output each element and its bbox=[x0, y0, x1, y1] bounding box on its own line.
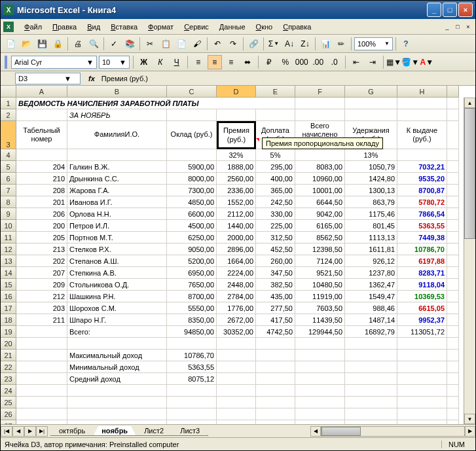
stat-label-2[interactable]: Средний доход bbox=[67, 373, 167, 385]
cell-h16[interactable]: 10369,53 bbox=[397, 291, 447, 302]
empty[interactable] bbox=[217, 408, 256, 420]
empty[interactable] bbox=[67, 149, 167, 161]
cell-g9[interactable]: 1175,46 bbox=[345, 208, 397, 220]
formula-content[interactable]: Премия (руб.) bbox=[99, 75, 475, 82]
empty[interactable] bbox=[447, 408, 459, 420]
cell-f9[interactable]: 9042,00 bbox=[295, 208, 345, 220]
empty[interactable] bbox=[447, 397, 459, 408]
comma-button[interactable]: 000 bbox=[295, 55, 309, 69]
empty[interactable] bbox=[345, 385, 397, 397]
col-header-H[interactable]: H bbox=[397, 86, 447, 98]
cell-a7[interactable]: 208 bbox=[16, 185, 67, 196]
empty[interactable] bbox=[16, 361, 67, 373]
header-3[interactable]: Премия (руб.) bbox=[217, 121, 256, 149]
empty[interactable] bbox=[256, 109, 295, 121]
cell-d6[interactable]: 2560,00 bbox=[217, 173, 256, 185]
cell-d10[interactable]: 1440,00 bbox=[217, 220, 256, 232]
empty[interactable] bbox=[16, 385, 67, 397]
cell-b8[interactable]: Иванова И.Г. bbox=[67, 196, 167, 208]
empty[interactable] bbox=[16, 397, 67, 408]
empty[interactable] bbox=[397, 361, 447, 373]
empty[interactable] bbox=[256, 338, 295, 350]
row-header-26[interactable]: 26 bbox=[1, 408, 16, 420]
sheet-tab-Лист3[interactable]: Лист3 bbox=[172, 426, 208, 436]
empty[interactable] bbox=[295, 385, 345, 397]
select-all-button[interactable] bbox=[1, 86, 16, 98]
cell-b14[interactable]: Степкина А.В. bbox=[67, 267, 167, 279]
row-header-9[interactable]: 9 bbox=[1, 208, 16, 220]
increase-indent-button[interactable]: ⇥ bbox=[365, 55, 380, 69]
cell-d5[interactable]: 1888,00 bbox=[217, 161, 256, 173]
undo-button[interactable]: ↶ bbox=[210, 37, 225, 51]
row-header-1[interactable]: 1 bbox=[1, 98, 16, 109]
cell-a18[interactable]: 211 bbox=[16, 314, 67, 326]
cell-h10[interactable]: 5363,55 bbox=[397, 220, 447, 232]
cell-h9[interactable]: 7866,54 bbox=[397, 208, 447, 220]
font-input[interactable] bbox=[14, 58, 86, 66]
cut-button[interactable]: ✂ bbox=[143, 37, 157, 51]
save-button[interactable]: 💾 bbox=[35, 37, 49, 51]
tab-last-button[interactable]: ▶| bbox=[36, 426, 48, 437]
empty[interactable] bbox=[295, 373, 345, 385]
cell-a14[interactable]: 207 bbox=[16, 267, 67, 279]
empty[interactable] bbox=[397, 338, 447, 350]
cell-c14[interactable]: 6950,00 bbox=[167, 267, 217, 279]
row-header-27[interactable]: 27 bbox=[1, 420, 16, 424]
row-header-25[interactable]: 25 bbox=[1, 397, 16, 408]
cell-f6[interactable]: 10960,00 bbox=[295, 173, 345, 185]
cell-d17[interactable]: 1776,00 bbox=[217, 302, 256, 314]
cell-c5[interactable]: 5900,00 bbox=[167, 161, 217, 173]
cell-b11[interactable]: Портнов М.Т. bbox=[67, 232, 167, 244]
cell-a6[interactable]: 210 bbox=[16, 173, 67, 185]
empty[interactable] bbox=[345, 397, 397, 408]
cell-e10[interactable]: 225,00 bbox=[256, 220, 295, 232]
cell-h11[interactable]: 7449,38 bbox=[397, 232, 447, 244]
row-header-14[interactable]: 14 bbox=[1, 267, 16, 279]
sheet-tab-ноябрь[interactable]: ноябрь bbox=[93, 426, 136, 436]
cell-a11[interactable]: 205 bbox=[16, 232, 67, 244]
empty[interactable] bbox=[447, 350, 459, 361]
cell-b13[interactable]: Степанов А.Ш. bbox=[67, 255, 167, 267]
cell-d15[interactable]: 2448,00 bbox=[217, 279, 256, 291]
row-header-21[interactable]: 21 bbox=[1, 350, 16, 361]
empty[interactable] bbox=[447, 196, 459, 208]
decrease-indent-button[interactable]: ⇤ bbox=[349, 55, 363, 69]
row-header-2[interactable]: 2 bbox=[1, 109, 16, 121]
cell-h12[interactable]: 10786,70 bbox=[397, 244, 447, 255]
empty[interactable] bbox=[447, 109, 459, 121]
percent-button[interactable]: % bbox=[278, 55, 293, 69]
empty[interactable] bbox=[397, 408, 447, 420]
cell-h7[interactable]: 8700,87 bbox=[397, 185, 447, 196]
empty[interactable] bbox=[397, 385, 447, 397]
cell-f12[interactable]: 12398,50 bbox=[295, 244, 345, 255]
chart-button[interactable]: 📊 bbox=[318, 37, 333, 51]
cell-b9[interactable]: Орлова Н.Н. bbox=[67, 208, 167, 220]
cell-e11[interactable]: 312,50 bbox=[256, 232, 295, 244]
empty[interactable] bbox=[447, 314, 459, 326]
empty[interactable] bbox=[167, 109, 217, 121]
empty[interactable] bbox=[397, 149, 447, 161]
empty[interactable] bbox=[447, 267, 459, 279]
row-header-3[interactable]: 3 bbox=[1, 121, 16, 149]
tab-prev-button[interactable]: ◀ bbox=[12, 426, 24, 437]
empty[interactable] bbox=[256, 361, 295, 373]
cell-c15[interactable]: 7650,00 bbox=[167, 279, 217, 291]
cell-e15[interactable]: 382,50 bbox=[256, 279, 295, 291]
cell-b10[interactable]: Петров И.Л. bbox=[67, 220, 167, 232]
cell-e18[interactable]: 417,50 bbox=[256, 314, 295, 326]
cell-e14[interactable]: 347,50 bbox=[256, 267, 295, 279]
italic-button[interactable]: К bbox=[153, 55, 168, 69]
empty[interactable] bbox=[295, 397, 345, 408]
header-1[interactable]: ФамилияИ.О. bbox=[67, 121, 167, 149]
cell-g5[interactable]: 1050,79 bbox=[345, 161, 397, 173]
cell-h18[interactable]: 9952,37 bbox=[397, 314, 447, 326]
row-header-24[interactable]: 24 bbox=[1, 385, 16, 397]
empty[interactable] bbox=[256, 408, 295, 420]
empty[interactable] bbox=[295, 361, 345, 373]
underline-button[interactable]: Ч bbox=[170, 55, 184, 69]
menu-файл[interactable]: Файл bbox=[19, 21, 47, 33]
empty[interactable] bbox=[345, 408, 397, 420]
cell-e9[interactable]: 330,00 bbox=[256, 208, 295, 220]
format-painter-button[interactable]: 🖌 bbox=[190, 37, 204, 51]
empty[interactable] bbox=[217, 385, 256, 397]
